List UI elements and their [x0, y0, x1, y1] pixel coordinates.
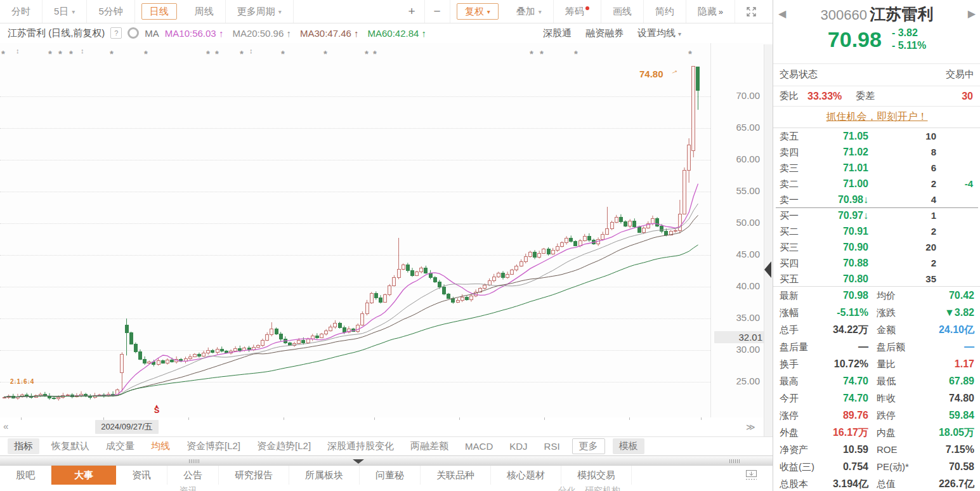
indicator-更多[interactable]: 更多 — [572, 438, 605, 454]
period-更多周期[interactable]: 更多周期▾ — [226, 0, 294, 23]
tool-简约[interactable]: 简约 — [644, 0, 686, 23]
gear-icon[interactable] — [127, 27, 139, 39]
horizontal-scrollbar[interactable] — [0, 455, 773, 466]
tool-隐藏[interactable]: 隐藏» — [686, 0, 735, 23]
book-qty: 10 — [925, 128, 936, 144]
period-label: 分时 — [11, 6, 30, 18]
candlestick-chart[interactable]: *↕***↕*****↕******** 70.0065.0060.0055.0… — [0, 43, 773, 417]
tool-复权[interactable]: 复权▾ — [457, 3, 499, 20]
dock-panel-icon[interactable] — [746, 470, 757, 483]
ma-value: MA10:56.03 ↑ — [165, 28, 224, 39]
scroll-right-icon[interactable]: ≫ — [746, 422, 755, 432]
stat-label: 外盘 — [780, 424, 799, 441]
updown-marker-icon: ↕ — [81, 47, 84, 55]
book-qty: 4 — [931, 192, 936, 207]
period-5日[interactable]: 5日▾ — [42, 0, 87, 23]
tool-label: 隐藏 — [698, 6, 717, 18]
indicator-指标[interactable]: 指标 — [8, 438, 39, 454]
y-axis-tick-label: 40.00 — [714, 280, 760, 291]
tab-核心题材[interactable]: 核心题材 — [491, 466, 561, 485]
indicator-MACD[interactable]: MACD — [457, 441, 501, 452]
panel-collapse-arrow-icon[interactable] — [764, 261, 771, 278]
tab-股吧[interactable]: 股吧 — [0, 466, 51, 485]
tab-问董秘[interactable]: 问董秘 — [360, 466, 421, 485]
scroll-left-icon[interactable]: « — [3, 421, 8, 431]
quote-panel: ◀ ▶ 300660 江苏雷利 70.98 - 3.82 - 5.11% 交易状… — [773, 0, 980, 491]
period-日线[interactable]: 日线 — [141, 3, 177, 20]
open-account-link[interactable]: 抓住机会，即刻开户！ — [826, 110, 928, 124]
period-label: 周线 — [195, 6, 214, 18]
weicha-label: 委差 — [856, 90, 875, 102]
indicator-恢复默认[interactable]: 恢复默认 — [43, 440, 98, 452]
divider-grip-icon[interactable] — [729, 459, 740, 463]
legend-link-融资融券[interactable]: 融资融券 — [585, 27, 624, 39]
dividend-s-marker: ▲S — [152, 403, 161, 412]
book-qty: 2 — [931, 255, 936, 271]
tool-叠加[interactable]: 叠加▾ — [505, 0, 554, 23]
tool-−[interactable]: − — [425, 0, 450, 23]
stat-label: 换手 — [780, 355, 799, 372]
ma-settings-menu[interactable]: 设置均线▾ — [637, 27, 681, 39]
price-change-pct: - 5.11% — [892, 40, 926, 51]
book-level-label: 卖三 — [780, 160, 799, 176]
indicator-均线[interactable]: 均线 — [143, 440, 178, 452]
stat-label: 最新 — [780, 287, 799, 304]
book-level-label: 买四 — [780, 255, 799, 271]
indicator-资金趋势[L2][interactable]: 资金趋势[L2] — [249, 440, 319, 452]
stat-row: 涨停89.76跌停59.84 — [773, 407, 980, 424]
period-周线[interactable]: 周线 — [183, 0, 226, 23]
tool-画线[interactable]: 画线 — [601, 0, 644, 23]
indicator-成交量[interactable]: 成交量 — [98, 440, 143, 452]
tab-研究报告[interactable]: 研究报告 — [219, 466, 289, 485]
book-level-label: 买一 — [780, 207, 799, 223]
period-分时[interactable]: 分时 — [0, 0, 42, 23]
y-axis-tick-label: 65.00 — [714, 122, 760, 133]
tab-所属板块[interactable]: 所属板块 — [289, 466, 360, 485]
y-axis-tick-label: 25.00 — [714, 376, 760, 386]
period-5分钟[interactable]: 5分钟 — [87, 0, 134, 23]
tab-关联品种[interactable]: 关联品种 — [421, 466, 491, 485]
x-axis-tick — [459, 417, 460, 420]
stat-label: 涨停 — [780, 407, 799, 424]
x-axis-tick — [374, 417, 375, 420]
report-marker-icon: * — [58, 48, 62, 59]
indicator-模板[interactable]: 模板 — [613, 438, 644, 454]
candles-svg — [0, 43, 710, 417]
tab-资讯[interactable]: 资讯 — [116, 466, 167, 485]
stat-label: 盘后额 — [877, 338, 905, 355]
book-level-label: 买五 — [780, 271, 799, 287]
y-axis-tick-label: 70.00 — [714, 90, 760, 101]
stat-label: 最高 — [780, 372, 799, 390]
book-level-label: 买三 — [780, 239, 799, 255]
indicator-两融差额[interactable]: 两融差额 — [402, 440, 457, 452]
tool-+[interactable]: + — [399, 0, 424, 23]
y-axis-tick-label: 35.00 — [714, 312, 760, 323]
fullscreen-icon[interactable] — [735, 0, 768, 23]
indicator-深股通持股变化[interactable]: 深股通持股变化 — [319, 440, 402, 452]
report-marker-icon: * — [574, 48, 578, 59]
tab-大事[interactable]: 大事 — [51, 466, 116, 485]
report-marker-icon: * — [365, 48, 369, 59]
weibi-value: 33.33% — [807, 91, 842, 102]
tool-筹码[interactable]: 筹码 — [554, 0, 601, 23]
plot-right-border — [710, 43, 711, 417]
book-qty: 2 — [931, 223, 936, 239]
collapse-indicator-icon[interactable] — [353, 459, 364, 464]
help-icon[interactable]: ? — [110, 27, 122, 39]
legend-link-深股通[interactable]: 深股通 — [543, 27, 572, 39]
stat-label: 最低 — [877, 372, 896, 390]
tool-label: 筹码 — [565, 6, 584, 18]
tab-模拟交易[interactable]: 模拟交易 — [561, 466, 632, 485]
stat-value: 74.70 — [843, 372, 868, 390]
chevron-down-icon: ▾ — [539, 8, 542, 15]
book-price: 71.00 — [805, 176, 868, 192]
report-marker-icon: * — [530, 48, 533, 59]
chevron-down-icon: ▾ — [487, 8, 490, 15]
indicator-资金博弈[L2][interactable]: 资金博弈[L2] — [178, 440, 249, 452]
indicator-RSI[interactable]: RSI — [536, 441, 568, 452]
price-change: - 3.82 — [892, 27, 918, 38]
tab-公告[interactable]: 公告 — [167, 466, 219, 485]
status-value: 交易中 — [946, 69, 974, 81]
divider-grip-icon[interactable] — [189, 459, 199, 463]
indicator-KDJ[interactable]: KDJ — [501, 441, 535, 452]
